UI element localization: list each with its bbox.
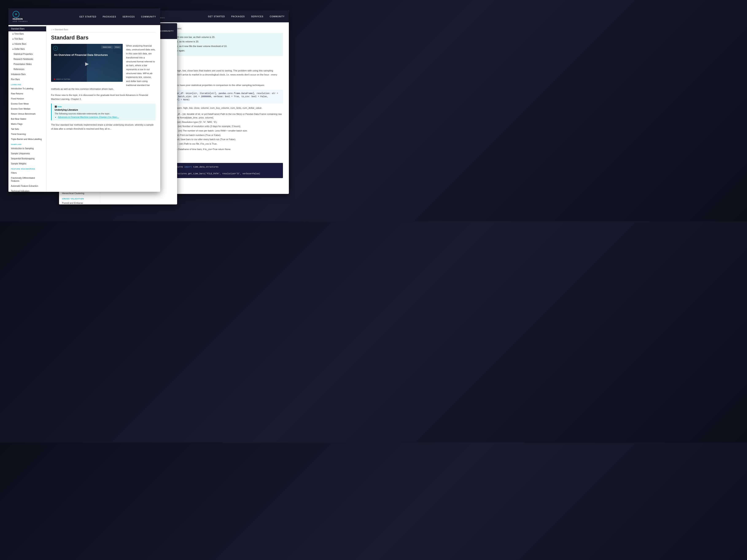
mid-sidebar-pureed[interactable]: Pureed and Embarao [59,201,100,205]
front-sidebar-statistical[interactable]: Statistical Properties [8,52,46,57]
front-sidebar-raw-returns[interactable]: Raw Returns [8,91,46,96]
front-sidebar-tail-sets[interactable]: Tail Sets [8,127,46,132]
front-sidebar-excess-median[interactable]: Excess Over Median [8,106,46,111]
back-param-4: batch_size – (int) The number of rows pe… [164,129,283,133]
front-sidebar-filters[interactable]: Filters [8,170,46,176]
front-video-yt-text: Watch on YouTube [56,78,70,80]
front-video-bg [87,44,123,82]
front-nav-community[interactable]: COMMUNITY [141,16,156,18]
front-sidebar-return-benchmark[interactable]: Return Versus Benchmark [8,111,46,116]
front-video-share[interactable]: Share [114,46,121,49]
front-sidebar-excess-mean[interactable]: Excess Over Mean [8,101,46,106]
front-sidebar-trend-scanning[interactable]: Trend Scanning [8,132,46,137]
front-sidebar-frac-diff[interactable]: Fractionally Differentiated Features [8,176,46,184]
back-nav-services[interactable]: SERVICES [251,16,263,18]
back-param-5: verbose – (int) Print out batch numbers … [164,133,283,137]
back-param-6: to_csv – (bool) Save bars to csv after e… [164,138,283,141]
front-sidebar-presentation[interactable]: Presentation Slides [8,62,46,67]
front-note-box: ⬛ Note Underlying Literature The followi… [51,104,156,121]
front-sidebar-run-bars[interactable]: Run Bars [8,77,46,82]
front-nav: GET STARTED PACKAGES SERVICES COMMUNITY [79,16,156,18]
front-logo-icon: H [12,11,19,18]
front-body: Standard Bars ▸ Time Bars ▸ Tick Bars ▸ … [8,25,160,192]
back-param-desc: file_path_or_df – (str, iterable of str,… [161,112,283,146]
front-sidebar-bull-bear[interactable]: Bull Bear States [8,116,46,122]
front-page-title: Standard Bars [51,34,156,41]
front-sidebar-tech-indicators[interactable]: Technical Indicators [8,189,46,192]
front-sidebar-matrix-flags[interactable]: Matrix Flags [8,122,46,127]
front-sidebar-volume-bars[interactable]: ▸ Volume Bars [8,42,46,47]
front-video-watch-later[interactable]: Watch later [101,46,112,49]
front-nav-services[interactable]: SERVICES [123,16,135,18]
front-sidebar-intro-labeling[interactable]: Introduction To Labeling [8,86,46,91]
back-param-3: num_units – (int) Number of resolution u… [164,125,283,128]
front-sidebar-sample-uniqueness[interactable]: Sample Uniqueness [8,151,46,156]
mid-section-cross-val: CROSS VALIDATION [59,196,100,201]
front-sidebar-research[interactable]: Research Notebooks [8,57,46,62]
front-note-text: The following sources elaborate extensiv… [55,112,153,115]
back-param-1: file_path_or_df – (str, iterable of str,… [164,112,283,120]
back-param-7: output_path – (str) Path to csv file, if… [164,142,283,146]
front-logo: H HUDSON AND THAMES [12,11,28,23]
mid-nav-community[interactable]: COMMUNITY [160,30,174,32]
front-section-feature-eng: FEATURE ENGINEERING [8,166,46,170]
front-sidebar-tick-bars[interactable]: ▸ Tick Bars [8,36,46,42]
front-sidebar-triple-barrier[interactable]: Triple-Barrier and Meta-Labelling [8,137,46,142]
front-note-link[interactable]: Advances in Financial Machine Learning, … [58,116,119,118]
front-body-text3: The four standard bar methods implemente… [51,123,156,131]
front-sidebar-dollar-bars[interactable]: ▸ Dollar Bars [8,47,46,52]
front-nav-getstarted[interactable]: GET STARTED [79,16,96,18]
front-sidebar-sample-weights[interactable]: Sample Weights [8,161,46,166]
panel-front: H HUDSON AND THAMES GET STARTED PACKAGES… [8,8,160,192]
front-section-labeling: LABELING [8,82,46,86]
back-param-list: file_path_or_df – (str, iterable of str,… [161,112,283,146]
front-body-text2: For those new to the topic, it is discus… [51,93,156,101]
front-header: H HUDSON AND THAMES GET STARTED PACKAGES… [8,8,160,25]
front-video-yt-label: ▶ Watch on YouTube [54,78,70,80]
front-video-thumb[interactable]: H Watch later Share An Overview of Finan… [51,44,123,82]
front-sidebar-sequential-bootstrap[interactable]: Sequential Bootstrapping [8,156,46,161]
front-sidebar-references[interactable]: References [8,67,46,72]
front-video-title: An Overview of Financial Data Structures [54,53,120,56]
front-video-play-icon[interactable]: ▶ [85,61,89,66]
front-nav-packages[interactable]: PACKAGES [103,16,116,18]
front-sidebar-fixed-horizon[interactable]: Fixed Horizon [8,96,46,101]
front-video-logo: H [53,46,58,51]
front-video-mini-logo-icon: H [53,46,58,51]
front-sidebar-intro-sampling[interactable]: Introduction to Sampling [8,146,46,151]
back-nav-getstarted[interactable]: GET STARTED [208,16,225,18]
front-sidebar-standard-bars[interactable]: Standard Bars [8,26,46,31]
back-nav-packages[interactable]: PACKAGES [231,16,245,18]
back-code-import-name: time_data_structures [193,166,218,168]
front-sidebar: Standard Bars ▸ Time Bars ▸ Tick Bars ▸ … [8,25,46,192]
back-code-import-kw2: import [184,166,192,168]
front-note-title: Underlying Literature [55,109,153,111]
back-param-2: resolution – (str) Resolution type ('D',… [164,121,283,124]
front-section-sampling: SAMPLING [8,142,46,146]
front-video-share-btns: Watch later Share [101,46,121,49]
front-sidebar-imbalance-bars[interactable]: Imbalance Bars [8,72,46,77]
front-sidebar-time-bars[interactable]: ▸ Time Bars [8,31,46,36]
front-breadcrumb: ⌂ » Standard Bars [51,28,156,31]
back-nav-community[interactable]: COMMUNITY [270,16,285,18]
front-main-content: ⌂ » Standard Bars Standard Bars H Watch … [46,25,160,192]
front-sidebar-auto-feature[interactable]: Automatic Feature Extraction [8,184,46,189]
back-nav: GET STARTED PACKAGES SERVICES COMMUNITY [208,16,285,18]
front-logo-text: HUDSON AND THAMES [12,18,28,23]
front-note-list: Advances in Financial Machine Learning, … [55,116,153,118]
front-note-header: ⬛ Note [55,106,153,108]
